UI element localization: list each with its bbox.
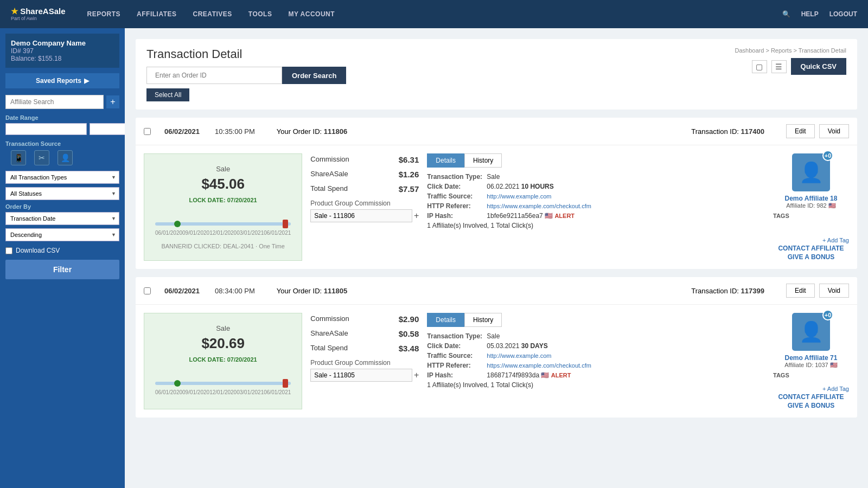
account-id: ID# 397 <box>11 47 114 55</box>
add-tag-link[interactable]: + Add Tag <box>822 237 849 243</box>
transaction-checkbox[interactable] <box>144 128 151 135</box>
affiliate-id: Affiliate ID: 1037 🇺🇸 <box>784 362 838 369</box>
timeline-label: 12/01/2020 <box>209 230 237 236</box>
nav-tools[interactable]: TOOLS <box>248 10 272 18</box>
add-affiliate-button[interactable]: + <box>106 95 119 108</box>
order-by-label: Order By <box>5 203 119 210</box>
download-csv-checkbox[interactable] <box>5 247 12 254</box>
person-icon[interactable]: 👤 <box>58 150 73 165</box>
tx-source-section: Transaction Source 📱 ✂ 👤 <box>5 140 119 165</box>
timeline-start-dot <box>174 221 181 227</box>
details-tab[interactable]: Details <box>427 313 464 327</box>
quick-csv-button[interactable]: Quick CSV <box>791 58 846 75</box>
transaction-cards: 06/02/2021 10:35:00 PM Your Order ID: 11… <box>136 118 857 418</box>
product-group-expand[interactable]: + <box>414 211 419 221</box>
shareasale-label: ShareASale <box>310 329 348 338</box>
affiliate-search-input[interactable] <box>5 95 104 109</box>
logout-link[interactable]: LOGOUT <box>829 10 857 18</box>
timeline-label: 09/01/2020 <box>182 389 209 395</box>
order-by-select[interactable]: Transaction Date <box>5 212 119 225</box>
void-button[interactable]: Void <box>819 284 849 298</box>
transaction-checkbox[interactable] <box>144 287 151 294</box>
http-referer-key: HTTP Referer: <box>427 362 487 369</box>
timeline-label: 12/01/2020 <box>209 389 237 395</box>
commission-area: Commission $6.31 ShareASale $1.26 Total … <box>310 153 419 261</box>
history-tab[interactable]: History <box>464 313 502 327</box>
select-all-button[interactable]: Select All <box>146 88 189 101</box>
transaction-body: Sale $45.06 LOCK DATE: 07/20/2021 06/01/… <box>136 145 857 269</box>
order-by-wrapper: Transaction Date <box>5 212 119 225</box>
account-balance: Balance: $155.18 <box>11 55 114 62</box>
product-group-input[interactable] <box>310 369 412 382</box>
click-date-val: 06.02.2021 10 HOURS <box>487 183 553 190</box>
tx-header-actions: Edit Void <box>786 124 849 138</box>
timeline-label: 06/01/2020 <box>155 230 182 236</box>
tx-time: 08:34:00 PM <box>215 287 255 295</box>
tx-type-val: Sale <box>487 173 500 181</box>
details-tab[interactable]: Details <box>427 153 464 168</box>
date-to-input[interactable] <box>90 123 125 135</box>
edit-button[interactable]: Edit <box>786 284 815 298</box>
add-tag-link[interactable]: + Add Tag <box>822 386 849 392</box>
nav-reports[interactable]: REPORTS <box>87 10 121 18</box>
scissors-icon[interactable]: ✂ <box>34 150 49 165</box>
contact-affiliate-link[interactable]: CONTACT AFFILIATE <box>778 393 844 401</box>
shareasale-value: $1.26 <box>399 170 419 179</box>
affiliate-name[interactable]: Demo Affiliate 71 <box>785 354 838 362</box>
nav-my-account[interactable]: MY ACCOUNT <box>288 10 335 18</box>
search-icon[interactable]: 🔍 <box>782 10 790 18</box>
logo[interactable]: ★ ShareASale Part of Awin <box>11 7 66 22</box>
help-link[interactable]: HELP <box>801 10 819 18</box>
edit-button[interactable]: Edit <box>786 124 815 138</box>
filter-button[interactable]: Filter <box>5 260 119 279</box>
affiliate-search-section: + <box>5 95 119 109</box>
avatar-badge: +0 <box>822 310 833 320</box>
timeline-label: 06/01/2021 <box>264 389 291 395</box>
ip-hash-key: IP Hash: <box>427 212 487 220</box>
saved-reports-button[interactable]: Saved Reports ▶ <box>5 73 119 88</box>
give-bonus-link[interactable]: GIVE A BONUS <box>788 253 834 261</box>
product-group-expand[interactable]: + <box>414 370 419 380</box>
header-actions: ▢ ☰ Quick CSV <box>752 58 846 75</box>
mobile-icon[interactable]: 📱 <box>11 150 26 165</box>
tx-types-select[interactable]: All Transaction Types <box>5 171 119 184</box>
total-spend-row: Total Spend $3.48 <box>310 342 419 355</box>
card-view-icon[interactable]: ▢ <box>752 60 767 73</box>
shareasale-value: $0.58 <box>399 329 419 338</box>
affiliates-involved-row: 1 Affiliate(s) Involved, 1 Total Click(s… <box>427 381 765 389</box>
click-date-row: Click Date: 06.02.2021 10 HOURS <box>427 183 765 190</box>
timeline-label: 09/01/2020 <box>182 230 209 236</box>
affiliate-name[interactable]: Demo Affiliate 18 <box>785 195 838 202</box>
all-statuses-select[interactable]: All Statuses <box>5 187 119 200</box>
void-button[interactable]: Void <box>819 124 849 138</box>
http-referer-val: https://www.example.com/checkout.cfm <box>487 362 591 369</box>
order-id-input[interactable] <box>146 67 282 84</box>
nav-creatives[interactable]: CREATIVES <box>193 10 232 18</box>
sale-box: Sale $20.69 LOCK DATE: 07/20/2021 06/01/… <box>144 313 302 409</box>
affiliate-area: 👤 +0 Demo Affiliate 71 Affiliate ID: 103… <box>773 313 849 409</box>
affiliates-involved-val: 1 Affiliate(s) Involved, 1 Total Click(s… <box>427 222 533 229</box>
main-content: Transaction Detail Order Search Select A… <box>125 28 868 488</box>
product-group-input[interactable] <box>310 209 412 222</box>
traffic-source-val: http://www.example.com <box>487 352 551 359</box>
contact-affiliate-link[interactable]: CONTACT AFFILIATE <box>778 245 844 252</box>
tags-label: TAGS <box>773 372 789 378</box>
give-bonus-link[interactable]: GIVE A BONUS <box>788 402 834 409</box>
ip-hash-key: IP Hash: <box>427 371 487 379</box>
http-referer-row: HTTP Referer: https://www.example.com/ch… <box>427 202 765 210</box>
total-spend-value: $7.57 <box>399 184 419 194</box>
history-tab[interactable]: History <box>464 153 502 168</box>
nav-affiliates[interactable]: AFFILIATES <box>137 10 176 18</box>
date-from-input[interactable] <box>5 123 87 135</box>
click-date-key: Click Date: <box>427 342 487 350</box>
list-view-icon[interactable]: ☰ <box>771 60 787 73</box>
page-title-area: Transaction Detail Order Search Select A… <box>146 47 346 101</box>
search-row: Order Search <box>146 67 346 84</box>
details-tabs: Details History <box>427 153 765 168</box>
order-dir-select[interactable]: Descending <box>5 228 119 241</box>
tx-time: 10:35:00 PM <box>215 127 255 136</box>
top-navigation: ★ ShareASale Part of Awin REPORTS AFFILI… <box>0 0 868 28</box>
order-search-button[interactable]: Order Search <box>282 67 346 84</box>
commission-row: Commission $6.31 <box>310 153 419 166</box>
sale-amount: $45.06 <box>155 176 291 192</box>
